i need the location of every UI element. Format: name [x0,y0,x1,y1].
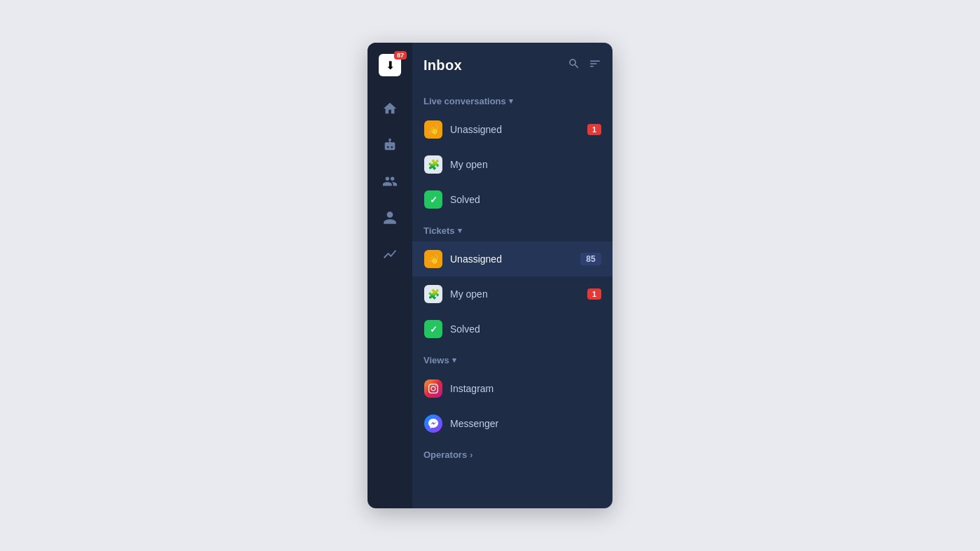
puzzle-icon-tickets-myopen: 🧩 [424,284,443,304]
wave-icon-tickets-unassigned: 👋 [424,249,443,269]
sidebar-item-bot[interactable] [373,130,407,163]
section-tickets-label: Tickets [424,225,455,236]
views-instagram-label: Instagram [450,383,601,394]
logo-box: ⬇ 87 [379,54,401,76]
app-window: ⬇ 87 [368,43,612,508]
profile-icon [382,210,398,229]
tickets-myopen-label: My open [450,288,587,300]
logo-badge: 87 [394,51,407,60]
home-icon [382,101,398,120]
puzzle-icon-live-myopen: 🧩 [424,155,443,174]
live-unassigned-badge: 1 [587,124,601,135]
live-solved-item[interactable]: ✓ Solved [412,182,612,217]
panel-content: Live conversations ▾ 👋 Unassigned 1 🧩 My… [412,88,612,508]
operators-label: Operators [424,449,467,460]
tickets-myopen-item[interactable]: 🧩 My open 1 [412,277,612,312]
live-myopen-label: My open [450,159,601,170]
views-chevron-icon: ▾ [452,356,456,365]
views-messenger-label: Messenger [450,418,601,429]
search-icon[interactable] [568,57,580,74]
contacts-icon [382,174,398,193]
header-actions [568,57,601,74]
sidebar-logo[interactable]: ⬇ 87 [368,43,412,88]
views-messenger-item[interactable]: Messenger [412,406,612,441]
sidebar: ⬇ 87 [368,43,412,508]
tickets-chevron-icon: ▾ [458,226,462,235]
check-icon-live-solved: ✓ [424,190,443,209]
instagram-icon [424,379,443,398]
tickets-solved-label: Solved [450,323,601,335]
chevron-down-icon: ▾ [509,97,513,106]
section-views-label: Views [424,355,449,365]
live-unassigned-label: Unassigned [450,124,587,135]
filter-icon[interactable] [589,57,601,74]
chevron-right-icon: › [470,450,472,460]
check-icon-tickets-solved: ✓ [424,319,443,339]
tickets-myopen-badge: 1 [587,288,601,300]
views-instagram-item[interactable]: Instagram [412,371,612,406]
section-tickets[interactable]: Tickets ▾ [412,217,612,242]
section-live-label: Live conversations [424,96,506,106]
sidebar-item-home[interactable] [373,93,407,127]
sidebar-item-profile[interactable] [373,202,407,236]
tickets-unassigned-badge: 85 [580,253,601,265]
wave-icon-live-unassigned: 👋 [424,120,443,139]
sidebar-item-reports[interactable] [373,239,407,272]
tickets-unassigned-item[interactable]: 👋 Unassigned 85 [412,242,612,277]
bot-icon [382,137,398,156]
section-views[interactable]: Views ▾ [412,347,612,371]
tickets-solved-item[interactable]: ✓ Solved [412,312,612,347]
sidebar-nav [373,88,407,508]
operators-section[interactable]: Operators › [412,441,612,468]
sidebar-item-contacts[interactable] [373,166,407,200]
messenger-icon [424,414,443,433]
section-live-conversations[interactable]: Live conversations ▾ [412,88,612,112]
main-panel: Inbox Live conversations ▾ [412,43,612,508]
live-solved-label: Solved [450,194,601,205]
live-unassigned-item[interactable]: 👋 Unassigned 1 [412,112,612,147]
live-myopen-item[interactable]: 🧩 My open [412,147,612,182]
panel-header: Inbox [412,43,612,88]
tickets-unassigned-label: Unassigned [450,253,580,265]
reports-icon [382,246,398,265]
page-title: Inbox [424,57,462,74]
